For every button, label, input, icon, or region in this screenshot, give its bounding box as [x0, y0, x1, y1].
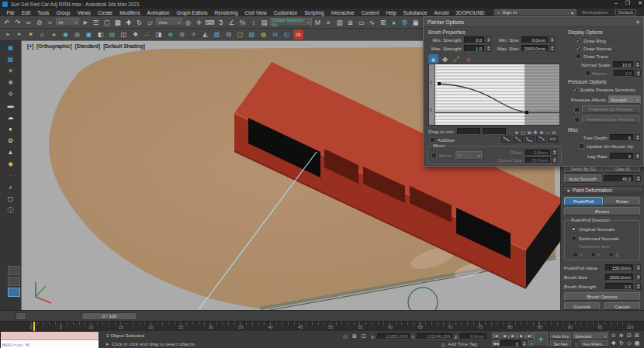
zoom-icon[interactable]: ⊙	[610, 332, 618, 339]
relax-button[interactable]: Relax	[604, 197, 640, 205]
clay-leaf-icon[interactable]: ✿	[5, 136, 16, 145]
pan-icon[interactable]: ✚	[610, 339, 618, 346]
menu-create[interactable]: Create	[94, 10, 116, 16]
axis-z-radio[interactable]	[608, 252, 614, 257]
pipe-icon[interactable]: ✜	[5, 89, 16, 98]
percent-snap-icon[interactable]: %	[237, 17, 248, 27]
previous-key-button[interactable]: |◀	[492, 332, 500, 339]
scene-states-icon[interactable]: ◧	[95, 29, 106, 40]
original-normals-radio[interactable]	[571, 226, 576, 232]
cone-icon[interactable]: ▲	[5, 147, 16, 157]
marker-spinner[interactable]	[635, 70, 641, 77]
named-sets-dropdown[interactable]: Create Selection Se▾	[270, 18, 312, 26]
undo-icon[interactable]: ↶	[2, 17, 12, 27]
clay-box-icon[interactable]: ▬	[5, 101, 16, 110]
place-highlight-icon[interactable]: ✧	[189, 29, 199, 40]
commit-button[interactable]: Commit	[564, 302, 600, 310]
image-plane-icon[interactable]: ▦	[5, 54, 16, 64]
cancel-button[interactable]: Cancel	[604, 302, 640, 310]
redo-icon[interactable]: ↷	[12, 17, 23, 27]
select-move-icon[interactable]: ✚	[123, 17, 133, 27]
drag-min-field[interactable]	[457, 128, 480, 135]
select-object-icon[interactable]: ➤	[80, 17, 90, 27]
keyboard-override-icon[interactable]: ⌨	[205, 17, 215, 27]
viewport-layout-tab[interactable]	[8, 266, 20, 275]
zoom-extents-all-icon[interactable]: ⊞	[633, 332, 641, 339]
isolate-selection-icon[interactable]: ◭	[200, 29, 210, 40]
spacing-tool-icon[interactable]: ∴	[142, 29, 152, 40]
draw-normal-checkbox[interactable]: ✓	[576, 46, 581, 51]
viewport-max-icon[interactable]: ◱	[282, 29, 292, 40]
snaps-toggle-icon[interactable]: 3	[216, 17, 226, 27]
menu-tools[interactable]: Tools	[34, 10, 53, 16]
menu-help[interactable]: Help	[383, 10, 400, 16]
walkthrough-icon[interactable]: ✦	[14, 29, 24, 40]
deformed-normals-radio[interactable]	[571, 236, 576, 241]
align-icon[interactable]: ≡	[324, 17, 334, 27]
marker-icon[interactable]: ·	[5, 171, 16, 180]
light-lister-icon[interactable]: ☀	[5, 66, 16, 75]
select-child-icon[interactable]: ➣	[2, 29, 12, 40]
menu-edit[interactable]: Edit	[18, 10, 33, 16]
falloff-curve-graph[interactable]: 1 0	[428, 64, 560, 126]
selection-set-dropdown[interactable]: Selected▾	[573, 332, 608, 339]
brush-options-button[interactable]: Brush Options	[564, 292, 640, 301]
layer-explorer-icon[interactable]: ≣	[345, 17, 355, 27]
edged-faces-icon[interactable]: ▨	[247, 29, 257, 40]
brush-strength-field[interactable]: 1.0	[605, 283, 633, 290]
key-filter-icon[interactable]: ▽	[573, 340, 580, 348]
orbit-icon[interactable]: ↻	[618, 339, 625, 346]
gizmo-size-spinner[interactable]	[552, 157, 557, 164]
key-filters-button[interactable]: Key Filters...	[580, 340, 608, 347]
material-override-icon[interactable]: ◍	[258, 29, 268, 40]
lag-rate-spinner[interactable]	[635, 153, 640, 160]
auto-key-button[interactable]: Auto Key	[550, 332, 571, 339]
rect-selection-region-icon[interactable]: ▢	[102, 17, 112, 27]
workspace-dropdown[interactable]: Default	[615, 9, 636, 16]
max-strength-spinner[interactable]	[486, 45, 491, 52]
rendered-frame-icon[interactable]: ▣	[410, 17, 421, 27]
max-size-field[interactable]: 2000.0mm	[521, 45, 548, 52]
curve-endpoint[interactable]	[438, 82, 441, 85]
viewport-pov-menu[interactable]: [Orthographic]	[36, 43, 72, 49]
x-coord-field[interactable]: 21853.069	[377, 333, 410, 339]
isolate-selection-toggle-icon[interactable]: ◎	[341, 332, 349, 340]
min-strength-spinner[interactable]	[486, 36, 491, 43]
scene-explorer-icon[interactable]: ▥	[334, 17, 345, 27]
menu-content[interactable]: Content	[358, 10, 383, 16]
menu-animation[interactable]: Animation	[144, 10, 173, 16]
normal-scale-field[interactable]: 10.0	[613, 61, 633, 68]
material-editor-icon[interactable]: ●	[389, 17, 399, 27]
draw-ring-checkbox[interactable]: ✓	[576, 38, 581, 43]
normal-scale-spinner[interactable]	[635, 61, 640, 68]
menu-civil-view[interactable]: Civil View	[241, 10, 270, 16]
menu-file[interactable]: File	[3, 10, 18, 16]
frame-spinner[interactable]	[521, 340, 527, 347]
selection-lock-toggle-icon[interactable]: ⊠	[351, 332, 358, 340]
menu-substance[interactable]: Substance	[400, 10, 431, 16]
offset-spinner[interactable]	[552, 149, 557, 156]
mirror-axis-dropdown[interactable]: X▾	[455, 151, 482, 160]
signin-box[interactable]: ⌕ Sign In ▾	[494, 9, 576, 16]
marker-field[interactable]: 0.5	[614, 70, 634, 77]
select-link-icon[interactable]: ∞	[23, 17, 33, 27]
render-setup-icon[interactable]: ⚙	[400, 17, 410, 27]
brush-size-spinner[interactable]	[635, 274, 641, 281]
select-rotate-icon[interactable]: ↻	[134, 17, 144, 27]
info-icon[interactable]: ⓘ	[5, 205, 16, 215]
align-tool-icon[interactable]: ⊕	[165, 29, 175, 40]
zoom-all-icon[interactable]: ⊕	[618, 332, 625, 339]
draw-trace-checkbox[interactable]: ✓	[576, 53, 581, 59]
slow-falloff-preset[interactable]	[536, 136, 546, 143]
predefined-str-pressure-button[interactable]: Predefined Str Pressure	[582, 105, 639, 113]
select-scale-icon[interactable]: ▱	[145, 17, 155, 27]
mirror-checkbox[interactable]: ✓	[431, 153, 437, 158]
maxscript-mini-listener[interactable]: MAXScript Mi	[0, 331, 99, 348]
minimize-button[interactable]: –	[615, 0, 618, 6]
curve-editor-icon[interactable]: ∿	[367, 17, 377, 27]
absolute-mode-icon[interactable]: ⊡	[360, 332, 368, 340]
axis-y-radio[interactable]	[590, 252, 596, 257]
target-camera-icon[interactable]: ◎	[72, 29, 82, 40]
menu-3dground[interactable]: 3DGROUND	[452, 10, 488, 16]
pred-size-checkbox[interactable]: ✓	[574, 117, 580, 122]
